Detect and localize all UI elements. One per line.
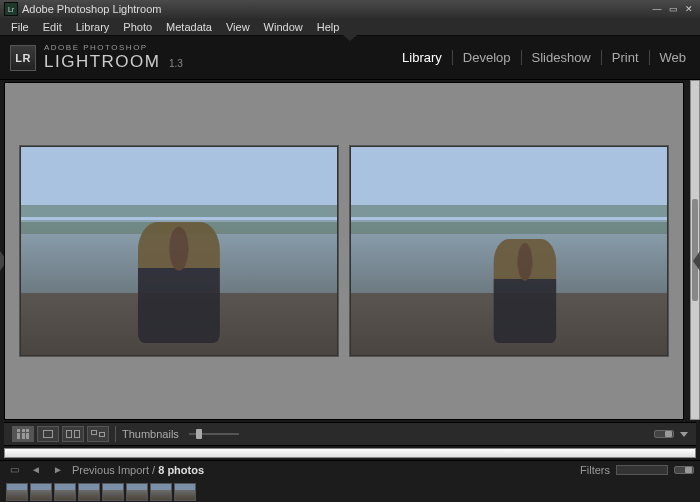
menu-edit[interactable]: Edit [36,19,69,35]
filter-flags[interactable] [616,465,668,475]
filmstrip-header: ▭ ◄ ► Previous Import / 8 photos Filters [0,460,700,478]
loupe-icon [43,430,53,438]
nav-back-button[interactable]: ◄ [28,464,44,476]
thumbnail-size-slider[interactable] [189,433,239,435]
filmstrip-thumb[interactable] [126,483,148,501]
menu-photo[interactable]: Photo [116,19,159,35]
filmstrip-thumb[interactable] [6,483,28,501]
view-grid-button[interactable] [12,426,34,442]
filmstrip-thumb[interactable] [102,483,124,501]
filmstrip [0,478,700,502]
menu-help[interactable]: Help [310,19,347,35]
grid-icon [17,429,29,439]
identity-plate: LR ADOBE PHOTOSHOP LIGHTROOM 1.3 [10,43,183,72]
module-print[interactable]: Print [602,50,650,65]
window-maximize-button[interactable]: ▭ [666,3,680,15]
compare-photo-left[interactable] [19,145,339,357]
filmstrip-source[interactable]: Previous Import / 8 photos [72,464,204,476]
app-icon: Lr [4,2,18,16]
view-survey-button[interactable] [87,426,109,442]
window-close-button[interactable]: ✕ [682,3,696,15]
menu-metadata[interactable]: Metadata [159,19,219,35]
view-loupe-button[interactable] [37,426,59,442]
survey-icon [91,430,105,439]
second-window-button[interactable]: ▭ [6,464,22,476]
filters-label[interactable]: Filters [580,464,610,476]
logo-mark: LR [10,45,36,71]
filmstrip-thumb[interactable] [30,483,52,501]
window-title: Adobe Photoshop Lightroom [22,3,650,15]
slider-thumb-icon[interactable] [196,429,202,439]
library-toolbar: Thumbnails [4,422,696,446]
scrub-bar[interactable] [4,448,696,458]
photo-count: 8 photos [158,464,204,476]
logo-wordmark: LIGHTROOM [44,52,160,71]
view-compare-button[interactable] [62,426,84,442]
main-area [0,80,700,420]
compare-view [4,82,684,420]
module-develop[interactable]: Develop [453,50,522,65]
menu-view[interactable]: View [219,19,257,35]
panel-collapse-top-icon[interactable] [343,35,357,41]
right-panel-scrollbar[interactable] [690,80,700,420]
module-slideshow[interactable]: Slideshow [522,50,602,65]
filmstrip-thumb[interactable] [54,483,76,501]
window-minimize-button[interactable]: — [650,3,664,15]
thumbnails-label: Thumbnails [122,428,179,440]
panel-collapse-right-icon[interactable] [693,251,700,271]
compare-icon [66,430,80,438]
nav-forward-button[interactable]: ► [50,464,66,476]
logo-overline: ADOBE PHOTOSHOP [44,43,183,52]
logo-version: 1.3 [169,58,183,69]
menubar: File Edit Library Photo Metadata View Wi… [0,18,700,36]
source-label: Previous Import [72,464,149,476]
menu-library[interactable]: Library [69,19,117,35]
module-web[interactable]: Web [650,50,687,65]
toolbar-toggle[interactable] [654,430,674,438]
filmstrip-thumb[interactable] [78,483,100,501]
window-titlebar: Lr Adobe Photoshop Lightroom — ▭ ✕ [0,0,700,18]
identity-module-bar: LR ADOBE PHOTOSHOP LIGHTROOM 1.3 Library… [0,36,700,80]
module-picker: Library Develop Slideshow Print Web [392,50,686,65]
filmstrip-thumb[interactable] [150,483,172,501]
filter-lock-toggle[interactable] [674,466,694,474]
toolbar-separator [115,426,116,442]
menu-window[interactable]: Window [257,19,310,35]
compare-photo-right[interactable] [349,145,669,357]
filmstrip-thumb[interactable] [174,483,196,501]
toolbar-menu-dropdown-icon[interactable] [680,432,688,437]
menu-file[interactable]: File [4,19,36,35]
module-library[interactable]: Library [392,50,453,65]
